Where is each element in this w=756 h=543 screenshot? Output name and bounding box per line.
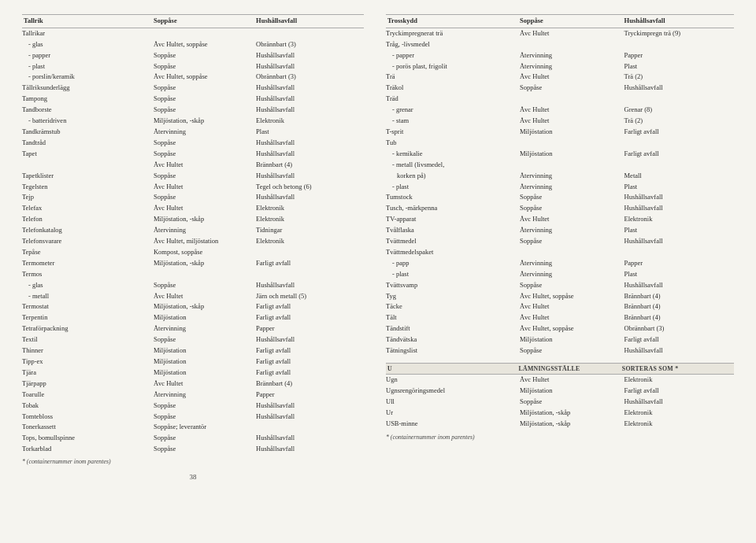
- table-row: Tusch, -märkpenna Soppåse Hushållsavfall: [386, 203, 734, 214]
- u-header-col2: Lämningsställe: [518, 365, 621, 372]
- cell-col1: - plast: [392, 183, 409, 190]
- table-row: - metall (livsmedel,: [386, 160, 734, 171]
- cell-col1: Tonerkassett: [22, 423, 56, 430]
- table-row: Tonerkassett Soppåse; leverantör: [22, 422, 364, 433]
- table-row: Termometer Miljöstation, -skåp Farligt a…: [22, 258, 364, 269]
- cell-col2: Soppåse: [520, 204, 542, 212]
- table-row: Tipp-ex Miljöstation Farligt avfall: [22, 356, 364, 368]
- cell-col1: Tegelsten: [22, 183, 47, 190]
- table-row: - porös plast, frigolit Återvinning Plas…: [386, 61, 734, 72]
- cell-col3: Papper: [624, 259, 643, 267]
- cell-col3: Hushållsavfall: [624, 237, 663, 245]
- table-row: - batteridriven Miljöstation, -skåp Elek…: [22, 116, 364, 127]
- table-row: Tomtebloss Soppåse Hushållsavfall: [22, 411, 364, 422]
- table-row: - plast Återvinning Plast: [386, 269, 734, 280]
- cell-col2: Återvinning: [154, 127, 186, 135]
- u-header-col1: U: [387, 365, 518, 372]
- cell-col2: Soppåse: [154, 94, 176, 102]
- cell-col2: Åvc Hultet: [520, 105, 550, 113]
- cell-col3: Farligt avfall: [624, 386, 659, 394]
- cell-col3: Hushållsavfall: [256, 62, 295, 70]
- table-row: Tegelsten Åvc Hultet Tegel och betong (6…: [22, 181, 364, 192]
- table-row: - grenar Åvc Hultet Grenar (8): [386, 105, 734, 116]
- cell-col1: Tätningslist: [386, 346, 417, 354]
- table-row: Träd: [386, 94, 734, 105]
- cell-col1: Tändstift: [386, 324, 410, 332]
- cell-col2: Soppåse: [154, 83, 176, 91]
- cell-col1: - metall (livsmedel,: [392, 161, 444, 168]
- cell-col3: Obrännbart (3): [624, 324, 665, 332]
- table-row: Tvättmedelspaket: [386, 247, 734, 258]
- table-row: - glas Åvc Hultet, soppåse Obrännbart (3…: [22, 39, 364, 50]
- cell-col3: Elektronik: [624, 215, 653, 223]
- cell-col3: Farligt avfall: [624, 150, 659, 157]
- cell-col2: Soppåse: [154, 51, 176, 59]
- cell-col2: Soppåse: [154, 193, 176, 201]
- cell-col1: Tvättmedel: [386, 237, 417, 245]
- cell-col1: - papper: [28, 51, 50, 59]
- table-row: Torkarblad Soppåse Hushållsavfall: [22, 444, 364, 455]
- cell-col3: Plast: [624, 226, 638, 234]
- cell-col1: Tub: [386, 139, 396, 146]
- table-row: Tvättmedel Soppåse Hushållsavfall: [386, 236, 734, 247]
- cell-col1: Tumstock: [386, 193, 413, 201]
- cell-col3: Plast: [624, 183, 638, 190]
- table-row: Tällriksunderlägg Soppåse Hushållsavfall: [22, 83, 364, 94]
- cell-col1: - grenar: [392, 105, 413, 113]
- cell-col1: Tjära: [22, 368, 36, 376]
- cell-col3: Farligt avfall: [256, 357, 291, 365]
- cell-col3: Brännbart (4): [624, 302, 661, 310]
- table-row: Täcke Åvc Hultet Brännbart (4): [386, 301, 734, 312]
- cell-col1: - glas: [28, 40, 43, 48]
- cell-col2: Miljöstation: [520, 127, 553, 135]
- left-table-body: Tallrikar - glas Åvc Hultet, soppåse Obr…: [22, 28, 364, 455]
- cell-col2: Soppåse: [520, 83, 542, 91]
- left-header-col2: Soppåse: [154, 17, 177, 24]
- cell-col3: Hushållsavfall: [256, 139, 295, 146]
- cell-col2: Åvc Hultet, soppåse: [154, 72, 208, 80]
- cell-col1: - glas: [28, 281, 43, 289]
- table-row: - plast Återvinning Plast: [386, 181, 734, 192]
- cell-col1: Tandkrämstub: [22, 127, 61, 135]
- cell-col1: Träkol: [386, 83, 403, 91]
- cell-col1: Tallrikar: [22, 29, 45, 37]
- right-column: Trosskydd Soppåse Hushållsavfall Tryckim…: [378, 14, 734, 481]
- table-row: Tält Åvc Hultet Brännbart (4): [386, 312, 734, 323]
- cell-col2: Miljöstation: [154, 357, 187, 365]
- cell-col1: - papp: [392, 259, 409, 267]
- table-row: Telefonkatalog Återvinning Tidningar: [22, 225, 364, 236]
- cell-col1: USB-minne: [386, 419, 418, 427]
- cell-col2: Miljöstation, -skåp: [154, 116, 204, 124]
- cell-col3: Hushållsavfall: [256, 401, 295, 409]
- table-row: Tjära Miljöstation Farligt avfall: [22, 368, 364, 379]
- table-row: Ugn Åvc Hultet Elektronik: [386, 375, 734, 386]
- cell-col3: Tidningar: [256, 226, 282, 234]
- cell-col2: Åvc Hultet: [154, 161, 183, 168]
- cell-col3: Farligt avfall: [256, 302, 291, 310]
- table-row: Tändstift Åvc Hultet, soppåse Obrännbart…: [386, 323, 734, 334]
- table-row: Tumstock Soppåse Hushållsavfall: [386, 192, 734, 203]
- cell-col2: Soppåse: [154, 281, 176, 289]
- table-row: Tub: [386, 138, 734, 149]
- cell-col3: Farligt avfall: [256, 259, 291, 267]
- cell-col1: Tobak: [22, 401, 39, 409]
- cell-col1: Telefonkatalog: [22, 226, 62, 234]
- right-table-body-u: Ugn Åvc Hultet Elektronik Ugnsrengörings…: [386, 375, 734, 430]
- table-row: - papper Soppåse Hushållsavfall: [22, 50, 364, 61]
- cell-col1: Trä: [386, 72, 395, 80]
- cell-col1: Torkarblad: [22, 445, 51, 452]
- right-footnote: * (containernummer inom parentes): [386, 434, 734, 441]
- cell-col2: Miljöstation, -skåp: [154, 302, 204, 310]
- cell-col2: Kompost, soppåse: [154, 248, 202, 256]
- cell-col1: - plast: [392, 270, 409, 278]
- cell-col1: Tepåse: [22, 248, 40, 256]
- table-row: - kemikalie Miljöstation Farligt avfall: [386, 149, 734, 160]
- cell-col1: Ull: [386, 397, 395, 405]
- right-table-u: Ugn Åvc Hultet Elektronik Ugnsrengörings…: [386, 375, 734, 430]
- cell-col3: Hushållsavfall: [256, 281, 295, 289]
- cell-col2: Åvc Hultet: [520, 375, 550, 383]
- cell-col3: Farligt avfall: [256, 368, 291, 376]
- cell-col1: - metall: [28, 292, 49, 300]
- table-row: - plast Soppåse Hushållsavfall: [22, 61, 364, 72]
- cell-col2: Soppåse: [154, 401, 176, 409]
